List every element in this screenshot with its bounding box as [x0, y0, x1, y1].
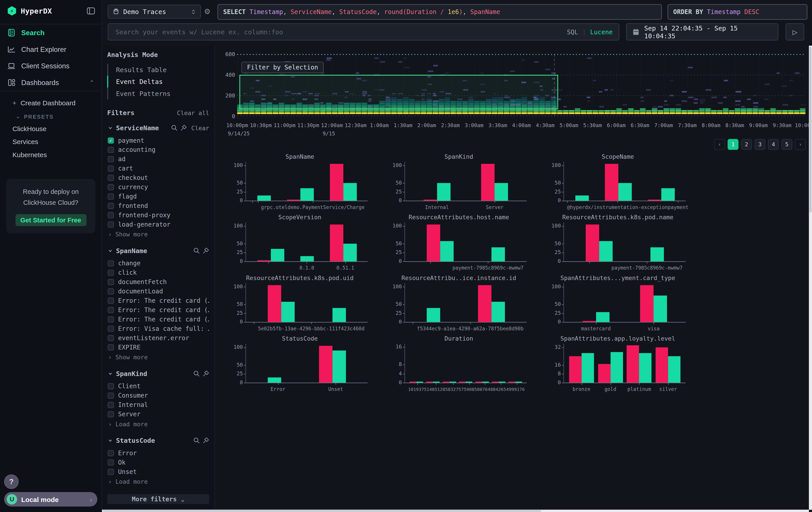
filter-clear-button[interactable]: Clear	[191, 124, 209, 132]
checkbox[interactable]	[108, 193, 114, 200]
sql-mode-toggle[interactable]: SQL	[567, 28, 578, 36]
checkbox[interactable]: ✓	[108, 137, 114, 143]
pagination-page-3[interactable]: 3	[754, 139, 765, 150]
checkbox[interactable]	[108, 279, 114, 285]
filter-option-unset[interactable]: Unset	[107, 467, 209, 477]
bar-group[interactable]	[586, 224, 613, 261]
filter-option-ad[interactable]: ad	[107, 155, 209, 164]
pagination-page-1[interactable]: 1	[727, 139, 738, 150]
pagination-page-5[interactable]: 5	[782, 139, 792, 150]
checkbox[interactable]	[108, 326, 114, 332]
checkbox[interactable]	[108, 335, 114, 341]
select-query-input[interactable]: SELECT Timestamp, ServiceName, StatusCod…	[218, 4, 662, 20]
bar-group[interactable]	[268, 377, 282, 383]
checkbox[interactable]	[108, 270, 114, 276]
collapse-sidebar-icon[interactable]	[86, 7, 95, 15]
filter-option-internal[interactable]: Internal	[107, 400, 209, 410]
filter-load-more[interactable]: ›Load more	[107, 476, 209, 485]
bar-group[interactable]	[410, 382, 423, 383]
bar-group[interactable]	[319, 346, 346, 383]
get-started-button[interactable]: Get Started for Free	[15, 214, 86, 226]
bar-group[interactable]	[424, 183, 451, 200]
checkbox[interactable]	[108, 402, 114, 408]
bar-group[interactable]	[459, 382, 473, 383]
clear-all-button[interactable]: Clear all	[177, 109, 209, 116]
bar-group[interactable]	[569, 353, 594, 383]
sidebar-item-search[interactable]: Search	[0, 24, 102, 41]
checkbox[interactable]	[108, 212, 114, 218]
pagination-page-4[interactable]: 4	[768, 139, 779, 150]
filter-group-title[interactable]: SpanName	[116, 247, 147, 255]
pagination-next[interactable]: ›	[795, 139, 806, 150]
presets-toggle[interactable]: ⌄ PRESETS	[0, 109, 102, 122]
checkbox[interactable]	[108, 383, 114, 389]
bar-group[interactable]	[257, 249, 284, 261]
filter-option-checkout[interactable]: checkout	[107, 173, 209, 183]
bar-group[interactable]	[491, 247, 505, 261]
checkbox[interactable]	[108, 184, 114, 190]
checkbox[interactable]	[108, 288, 114, 295]
bar-group[interactable]	[575, 195, 588, 201]
pin-icon[interactable]	[180, 125, 187, 131]
bar-group[interactable]	[583, 312, 609, 322]
filter-option-error-visa-cache-full-[interactable]: Error: Visa cache full: …	[107, 324, 209, 333]
bar-group[interactable]	[300, 256, 314, 261]
pin-icon[interactable]	[203, 437, 209, 444]
lucene-mode-toggle[interactable]: Lucene	[590, 28, 613, 36]
filter-option-error-the-credit-card-[interactable]: Error: The credit card (…	[107, 315, 209, 324]
checkbox[interactable]	[108, 175, 114, 181]
filter-load-more[interactable]: ›Load more	[107, 419, 209, 428]
search-icon[interactable]	[171, 125, 178, 131]
gear-icon[interactable]: ⚙	[204, 7, 210, 16]
filter-option-client[interactable]: Client	[107, 381, 209, 391]
time-range-picker[interactable]: Sep 14 22:04:35 - Sep 15 10:04:35	[626, 23, 778, 41]
filter-option-error[interactable]: Error	[107, 449, 209, 458]
pin-icon[interactable]	[203, 247, 209, 254]
analysis-mode-option-results-table[interactable]: Results Table	[107, 64, 209, 76]
bar-group[interactable]	[640, 285, 667, 322]
chevron-up-icon[interactable]: ⌃	[89, 79, 94, 86]
checkbox[interactable]	[108, 203, 114, 209]
checkbox[interactable]	[108, 156, 114, 162]
pagination-prev[interactable]: ‹	[714, 139, 725, 150]
help-button[interactable]: ?	[4, 475, 19, 489]
bar-group[interactable]	[478, 285, 505, 322]
filter-option-currency[interactable]: currency	[107, 183, 209, 192]
checkbox[interactable]	[108, 344, 114, 351]
bar-group[interactable]	[650, 247, 664, 261]
filter-option-frontend-proxy[interactable]: frontend-proxy	[107, 211, 209, 220]
pagination-page-2[interactable]: 2	[741, 139, 752, 150]
local-mode-menu[interactable]: U Local mode ›	[4, 492, 97, 507]
horizontal-scrollbar[interactable]	[102, 510, 809, 512]
filter-option-flagd[interactable]: flagd	[107, 192, 209, 201]
checkbox[interactable]	[108, 165, 114, 172]
bar-group[interactable]	[426, 382, 440, 383]
order-by-input[interactable]: ORDER BY Timestamp DESC	[667, 4, 807, 20]
filter-group-title[interactable]: ServiceName	[116, 124, 159, 132]
checkbox[interactable]	[108, 316, 114, 323]
filter-option-load-generator[interactable]: load-generator	[107, 220, 209, 229]
bar-group[interactable]	[442, 382, 456, 383]
bar-group[interactable]	[287, 188, 314, 200]
bar-group[interactable]	[329, 164, 356, 200]
run-query-button[interactable]: ▷	[786, 23, 804, 41]
checkbox[interactable]	[108, 393, 114, 399]
sidebar-preset-clickhouse[interactable]: ClickHouse	[0, 123, 102, 135]
filter-by-selection-button[interactable]: Filter by Selection	[241, 62, 324, 73]
filter-option-accounting[interactable]: accounting	[107, 145, 209, 155]
bar-group[interactable]	[268, 285, 295, 322]
filter-group-title[interactable]: StatusCode	[116, 436, 155, 444]
search-icon[interactable]	[193, 370, 200, 377]
sidebar-item-dashboards[interactable]: Dashboards ⌃	[0, 74, 102, 91]
filter-option-click[interactable]: click	[107, 268, 209, 277]
analysis-mode-option-event-deltas[interactable]: Event Deltas	[107, 76, 209, 88]
analysis-mode-option-event-patterns[interactable]: Event Patterns	[107, 88, 209, 100]
filter-group-title[interactable]: SpanKind	[116, 370, 147, 378]
filter-option-expire[interactable]: EXPIRE	[107, 343, 209, 352]
checkbox[interactable]	[108, 450, 114, 456]
filter-option-consumer[interactable]: Consumer	[107, 391, 209, 400]
more-filters-button[interactable]: More filters ⌄	[107, 494, 209, 504]
bar-group[interactable]	[509, 382, 522, 383]
bar-group[interactable]	[492, 382, 505, 383]
bar-group[interactable]	[332, 308, 346, 322]
